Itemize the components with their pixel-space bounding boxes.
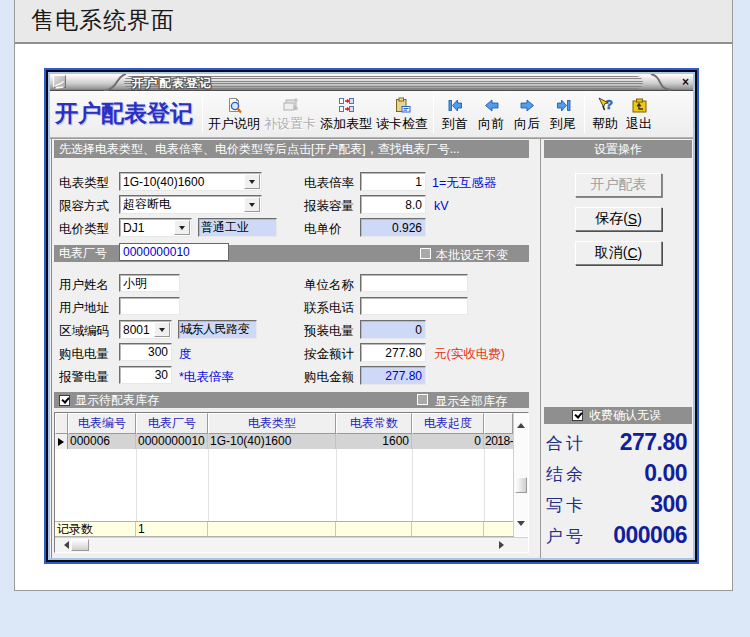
toolbar-button-first[interactable]: 到首: [437, 93, 473, 135]
add-meter-type-icon: [338, 97, 355, 114]
dialog-titlebar[interactable]: 开户配表登记 ×: [50, 74, 693, 91]
grid-header-cell[interactable]: 电表厂号: [136, 413, 208, 434]
toolbar-button-help[interactable]: ? 帮助: [588, 93, 622, 135]
svg-text:?: ?: [605, 97, 613, 112]
grid-header-cell[interactable]: 电表起度: [412, 413, 484, 434]
toolbar-separator: [433, 95, 434, 133]
show-all-stock-checkbox[interactable]: [417, 394, 428, 405]
scroll-down-icon[interactable]: [517, 521, 525, 530]
by-amount-label: 按金额计: [304, 346, 354, 363]
chevron-down-icon[interactable]: [154, 322, 170, 337]
price-type-label: 电价类型: [59, 221, 109, 238]
meter-stock-grid: 电表编号 电表厂号 电表类型 电表常数 电表起度 000006 00000000…: [54, 412, 529, 553]
toolbar-button-label: 添加表型: [320, 115, 372, 133]
grid-data-row[interactable]: 000006 0000000010 1G-10(40)1600 1600 0 2…: [55, 434, 514, 449]
unit-price-field: 0.926: [360, 218, 426, 237]
buy-qty-hint: 度: [179, 346, 192, 363]
capacity-input[interactable]: 8.0: [360, 195, 426, 214]
alarm-qty-input[interactable]: 30: [119, 366, 172, 384]
price-type-combo[interactable]: DJ1: [119, 218, 192, 237]
left-pane: 先选择电表类型、电表倍率、电价类型等后点击[开户配表]，查找电表厂号... 电表…: [51, 139, 540, 558]
toolbar-separator: [202, 95, 203, 133]
grid-header-cell[interactable]: [484, 413, 513, 434]
save-button-label: 保存(: [595, 210, 628, 228]
toolbar-button-prev[interactable]: 向前: [473, 93, 509, 135]
read-card-check-icon: [394, 97, 411, 114]
grid-vertical-scrollbar[interactable]: [513, 413, 528, 536]
cancel-button-label-suffix: ): [638, 245, 643, 261]
limit-mode-combo[interactable]: 超容断电: [119, 195, 262, 214]
vertical-scrollbar-thumb[interactable]: [515, 477, 527, 493]
grid-header-cell[interactable]: 电表常数: [336, 413, 412, 434]
next-icon: [519, 97, 536, 114]
user-name-value: 小明: [123, 275, 147, 292]
toolbar-button-last[interactable]: 到尾: [545, 93, 581, 135]
show-pending-stock-checkbox[interactable]: [59, 395, 70, 406]
stock-bar: 显示待配表库存 显示全部库存: [54, 392, 529, 408]
summary-balance-label: 结余: [546, 463, 586, 486]
capacity-hint: kV: [434, 199, 449, 213]
grid-footer-row: 记录数 1: [55, 521, 514, 537]
user-name-input[interactable]: 小明: [119, 274, 180, 292]
instruction-bar: 先选择电表类型、电表倍率、电价类型等后点击[开户配表]，查找电表厂号...: [54, 140, 529, 158]
cancel-button[interactable]: 取消(C): [575, 241, 662, 265]
meter-ratio-value: 1: [415, 175, 422, 189]
batch-fixed-checkbox[interactable]: [420, 248, 431, 259]
phone-input[interactable]: [360, 297, 468, 315]
limit-mode-label: 限容方式: [59, 198, 109, 215]
grid-header-cell[interactable]: 电表编号: [68, 413, 136, 434]
chevron-down-icon[interactable]: [174, 220, 190, 235]
buy-qty-label: 购电电量: [59, 346, 109, 363]
scroll-up-icon[interactable]: [517, 419, 525, 428]
grid-cell-meter-no: 000006: [68, 434, 136, 449]
unit-name-input[interactable]: [360, 274, 468, 292]
scroll-left-icon[interactable]: [60, 541, 69, 549]
help-icon: ?: [597, 97, 614, 114]
by-amount-input[interactable]: 277.80: [360, 343, 426, 362]
horizontal-scrollbar-thumb[interactable]: [71, 539, 89, 551]
chevron-down-icon[interactable]: [244, 197, 260, 212]
user-addr-input[interactable]: [119, 297, 180, 315]
fee-confirm-checkbox[interactable]: [572, 410, 583, 421]
open-account-button-label: 开户配表: [591, 176, 647, 194]
chevron-down-icon[interactable]: [244, 174, 260, 189]
doc-search-icon: [226, 97, 243, 114]
toolbar-button-label: 读卡检查: [376, 115, 428, 133]
summary-row-balance: 结余 0.00: [546, 460, 687, 484]
meter-ratio-hint: 1=无互感器: [432, 175, 496, 192]
area-code-combo[interactable]: 8001: [119, 320, 172, 339]
factory-no-label: 电表厂号: [59, 245, 107, 262]
toolbar-button-open-help[interactable]: 开户说明: [206, 93, 262, 135]
meter-ratio-input[interactable]: 1: [360, 172, 426, 191]
summary-card-label: 写卡: [546, 494, 586, 517]
grid-cell-constant: 1600: [336, 434, 412, 449]
grid-header-cell[interactable]: 电表类型: [208, 413, 336, 434]
summary-card-value: 300: [650, 491, 687, 518]
area-name-value: 城东人民路变: [180, 321, 249, 338]
close-icon[interactable]: ×: [679, 74, 692, 90]
meter-type-combo[interactable]: 1G-10(40)1600: [119, 172, 262, 191]
dialog-title: 开户配表登记: [132, 76, 213, 91]
show-pending-stock-label: 显示待配表库存: [75, 392, 159, 408]
right-pane: 设置操作 开户配表 保存(S) 取消(C) 收费确认无误 合计 277.80 结…: [540, 139, 693, 558]
summary-account-label: 户号: [546, 525, 586, 548]
toolbar-button-exit[interactable]: 退出: [622, 93, 656, 135]
toolbar-button-read-card-check[interactable]: 读卡检查: [374, 93, 430, 135]
save-button-label-suffix: ): [637, 211, 642, 227]
toolbar-button-label: 向后: [514, 115, 540, 133]
factory-no-input[interactable]: 0000000010: [119, 243, 229, 261]
unit-price-value: 0.926: [392, 221, 422, 235]
toolbar-button-next[interactable]: 向后: [509, 93, 545, 135]
save-button[interactable]: 保存(S): [575, 207, 662, 231]
toolbar-button-add-meter-type[interactable]: 添加表型: [318, 93, 374, 135]
toolbar-button-setup-card[interactable]: 补设置卡: [262, 93, 318, 135]
grid-horizontal-scrollbar[interactable]: [55, 537, 528, 552]
buy-qty-input[interactable]: 300: [119, 343, 172, 361]
settings-bar-label: 设置操作: [594, 141, 642, 158]
summary-total-label: 合计: [546, 432, 586, 455]
capacity-value: 8.0: [405, 198, 422, 212]
scroll-right-icon[interactable]: [499, 541, 508, 549]
toolbar-button-label: 补设置卡: [264, 115, 316, 133]
open-account-button[interactable]: 开户配表: [575, 173, 662, 197]
page-title: 售电系统界面: [31, 5, 175, 36]
